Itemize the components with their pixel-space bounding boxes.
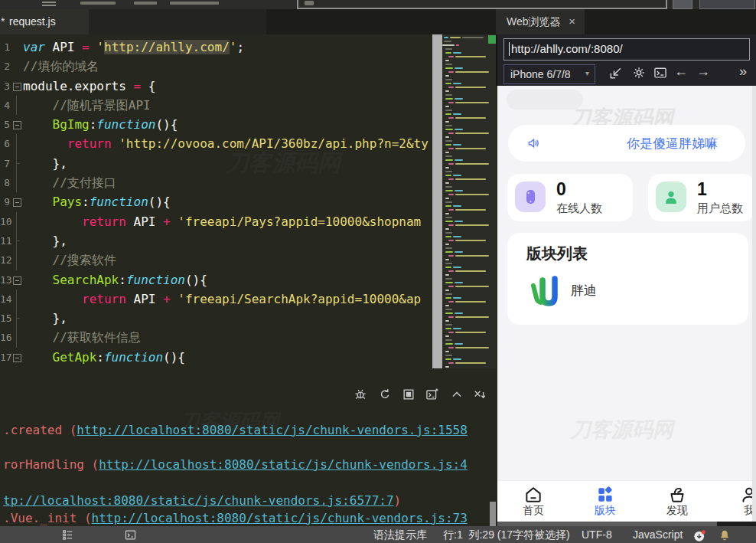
stat-card: 1用户总数 (648, 174, 755, 221)
fold-marker-icon[interactable] (12, 77, 22, 96)
collapse-up-icon[interactable] (449, 387, 464, 402)
line-number: 4 (0, 96, 10, 115)
fold-guide (12, 212, 22, 231)
nav-label: 我 (713, 504, 756, 518)
fold-marker-icon[interactable] (12, 115, 22, 134)
status-bar: 语法提示库 行:1 列:29 (17字符被选择) UTF-8 JavaScrip… (0, 526, 756, 543)
notice-banner[interactable]: 你是傻逼胖娣嘛 (508, 125, 745, 162)
code-text: return API + 'freeapi/Pays?appid=10000&s… (23, 212, 421, 231)
code-text: Pays:function(){ (23, 192, 171, 211)
board-logo-icon (526, 273, 563, 309)
forward-icon[interactable]: → (696, 64, 710, 80)
code-text: SearchApk:function(){ (23, 270, 207, 289)
terminal-icon[interactable] (653, 65, 668, 80)
fold-marker-icon[interactable] (12, 270, 22, 289)
tab-request-js[interactable]: * request.js (0, 9, 89, 34)
nav-label: 发现 (641, 504, 713, 518)
toolbar-small-button[interactable] (673, 0, 692, 9)
code-line[interactable]: 3module.exports = { (0, 77, 432, 96)
discover-icon (667, 485, 687, 505)
global-search-box[interactable] (297, 0, 667, 9)
cursor-position-status[interactable]: 行:1 列:29 (17字符被选择) (443, 528, 570, 542)
code-line[interactable]: 9 Pays:function(){ (0, 192, 432, 211)
code-line[interactable]: 7 }, (0, 154, 432, 173)
close-icon[interactable]: × (569, 15, 575, 28)
code-text: //随机背景图API (23, 96, 151, 115)
code-line[interactable]: 6 return 'http://ovooa.com/API/360bz/api… (0, 134, 432, 153)
nav-item-首页[interactable]: 首页 (497, 481, 569, 522)
editor-scrollbar[interactable] (432, 34, 442, 368)
code-text: return API + 'freeapi/SearchApk?appid=10… (23, 289, 421, 309)
code-line[interactable]: 17 GetApk:function(){ (0, 348, 432, 367)
back-icon[interactable]: ← (674, 64, 688, 80)
tab-web-browser[interactable]: Web浏览器 × (496, 9, 585, 34)
language-status[interactable]: JavaScript (633, 528, 683, 541)
undock-icon[interactable] (608, 65, 624, 80)
code-line[interactable]: 13 SearchApk:function(){ (0, 270, 432, 289)
nav-label: 首页 (497, 504, 569, 518)
code-line[interactable]: 14 return API + 'freeapi/SearchApk?appid… (0, 289, 432, 309)
console-log-line: rorHandling (http://localhost:8080/stati… (3, 456, 468, 473)
code-line[interactable]: 5 BgImg:function(){ (0, 115, 432, 134)
line-number: 14 (0, 289, 10, 309)
code-line[interactable]: 15 }, (0, 309, 432, 328)
fold-guide (12, 289, 22, 309)
code-line[interactable]: 11 }, (0, 231, 432, 250)
code-line[interactable]: 4 //随机背景图API (0, 96, 432, 115)
top-toolbar (0, 0, 756, 9)
notice-text: 你是傻逼胖娣嘛 (627, 135, 718, 152)
code-line[interactable]: 2//填你的域名 (0, 57, 432, 76)
code-line[interactable]: 12 //搜索软件 (0, 250, 432, 270)
line-number: 5 (0, 115, 10, 134)
device-select[interactable]: iPhone 6/7/8 ▾ (503, 64, 595, 84)
board-item-name: 胖迪 (571, 282, 597, 299)
nav-item-版块[interactable]: 版块 (569, 481, 641, 522)
gear-icon[interactable] (631, 65, 647, 80)
console-scrollbar[interactable] (490, 502, 496, 526)
debug-bug-icon[interactable] (353, 387, 368, 402)
fold-marker-icon[interactable] (12, 192, 22, 211)
clear-console-icon[interactable] (472, 387, 487, 402)
fold-guide (12, 309, 22, 328)
preview-vscrollbar[interactable] (752, 86, 756, 522)
code-line[interactable]: 16 //获取软件信息 (0, 328, 432, 347)
console-log-line: tp://localhost:8080/static/js/chunk-vend… (3, 492, 401, 509)
code-line[interactable]: 1var API = 'http://ahlly.com/'; (0, 38, 432, 57)
more-tools-icon[interactable]: » (739, 64, 747, 80)
stop-icon[interactable] (401, 387, 416, 402)
code-text: //填你的域名 (23, 57, 99, 76)
task-list-icon[interactable] (61, 528, 74, 541)
nav-item-发现[interactable]: 发现 (641, 481, 713, 522)
minimap[interactable] (442, 34, 496, 368)
encoding-status[interactable]: UTF-8 (582, 528, 612, 541)
nav-item-我[interactable]: 我 (713, 481, 756, 522)
new-terminal-icon[interactable] (425, 387, 440, 402)
chevron-down-icon: ▾ (585, 69, 589, 77)
code-line[interactable]: 8 //支付接口 (0, 173, 432, 192)
fold-guide (12, 231, 22, 250)
nav-label: 版块 (569, 504, 641, 518)
syntax-hint-status[interactable]: 语法提示库 (373, 528, 427, 542)
url-input[interactable]: http://ahlly.com/:8080/ (503, 38, 750, 61)
run-button[interactable] (699, 0, 755, 9)
restart-icon[interactable] (377, 387, 393, 402)
board-list-card: 版块列表 胖迪 (507, 233, 748, 325)
stack-trace-link[interactable]: http://localhost:8080/static/js/chunk-ve… (99, 457, 468, 472)
stack-trace-link[interactable]: tp://localhost:8080/static/js/chunk-vend… (3, 493, 394, 508)
stack-trace-link[interactable]: http://localhost:8080/static/js/chunk-ve… (92, 511, 468, 525)
line-number: 12 (0, 250, 10, 270)
code-line[interactable]: 10 return API + 'freeapi/Pays?appid=1000… (0, 212, 432, 231)
modified-marker: * (1, 15, 5, 28)
board-item[interactable]: 胖迪 (526, 273, 733, 311)
terminal-status-icon[interactable] (124, 528, 137, 541)
tab-label: Web浏览器 (507, 15, 561, 29)
stack-trace-link[interactable]: http://localhost:8080/static/js/chunk-ve… (77, 423, 468, 437)
phone-icon (515, 182, 546, 212)
fold-marker-icon[interactable] (12, 348, 22, 367)
code-editor[interactable]: 1var API = 'http://ahlly.com/';2//填你的域名3… (0, 34, 432, 368)
console-log-line: .created (http://localhost:8080/static/j… (3, 422, 468, 439)
update-download-icon[interactable] (692, 528, 707, 543)
bell-icon[interactable] (718, 528, 732, 542)
board-list-title: 版块列表 (526, 244, 588, 264)
line-number: 13 (0, 270, 10, 289)
